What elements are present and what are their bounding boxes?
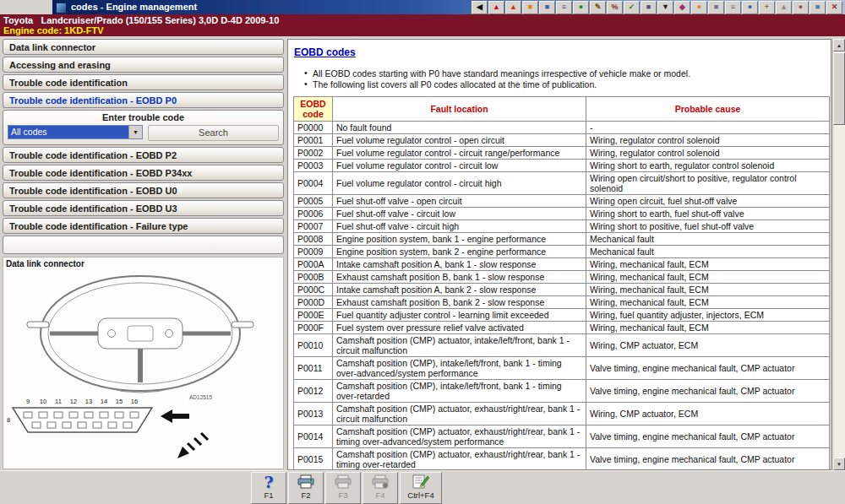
cause-cell: Wiring, mechanical fault, ECM: [586, 258, 830, 271]
cause-cell: -: [586, 122, 830, 134]
globe-icon[interactable]: ●: [742, 1, 758, 14]
code-cell: P0013: [294, 403, 333, 425]
print-button[interactable]: F2: [288, 472, 324, 504]
code-filter-dropdown[interactable]: All codes ▼: [8, 125, 143, 139]
sidebar-item[interactable]: Trouble code identification - EOBD U0: [3, 182, 284, 198]
cause-cell: Valve timing, engine mechanical fault, C…: [586, 357, 830, 380]
hazard-icon[interactable]: ▲: [505, 1, 521, 14]
page-title: EOBD codes: [294, 46, 828, 58]
panel-icon[interactable]: ■: [708, 1, 724, 14]
cause-cell: Wiring, fuel quantity adjuster, injector…: [586, 309, 830, 322]
cause-cell: Valve timing, engine mechanical fault, C…: [586, 425, 830, 448]
bullet-item: The following list covers all P0 codes a…: [304, 79, 828, 90]
sidebar-item[interactable]: Trouble code identification - EOBD U3: [3, 200, 284, 216]
cause-cell: Wiring open circuit/short to positive, r…: [586, 172, 830, 195]
sidebar-item[interactable]: Accessing and erasing: [3, 57, 284, 73]
fault-cell: Intake camshaft position A, bank 1 - slo…: [333, 258, 586, 271]
table-row: P000CIntake camshaft position A, bank 2 …: [294, 284, 830, 296]
cause-cell: Wiring open circuit, fuel shut-off valve: [586, 195, 830, 208]
check-icon[interactable]: ✓: [624, 1, 640, 14]
col-header-fault: Fault location: [333, 97, 586, 122]
lamp-icon[interactable]: ●: [691, 1, 707, 14]
table-row: P0007Fuel shut-off valve - circuit highW…: [294, 220, 830, 233]
notes-button[interactable]: Ctrl+F4: [400, 472, 442, 504]
steering-wheel-diagram: [3, 269, 285, 396]
scrollbar-thumb[interactable]: [833, 52, 845, 125]
fault-cell: Engine position system, bank 1 - engine …: [333, 233, 586, 246]
pin-number: 13: [83, 398, 95, 405]
direction-hatch-icon: [176, 431, 210, 460]
figure-ref: AD12515: [189, 394, 212, 400]
scroll-up-icon[interactable]: ▲: [833, 39, 845, 51]
pin-number: 11: [52, 398, 64, 405]
content-scrollbar[interactable]: ▲ ▼: [832, 39, 845, 470]
dtc-warning-icon[interactable]: ▲: [488, 1, 504, 14]
sidebar-item-eobd-p0-active[interactable]: Trouble code identification - EOBD P0: [3, 92, 284, 108]
fault-cell: Engine position system, bank 2 - engine …: [333, 246, 586, 258]
nav-first-icon[interactable]: ◀: [472, 1, 488, 14]
fault-cell: Fuel volume regulator control - circuit …: [333, 160, 586, 172]
tools-icon[interactable]: +: [759, 1, 775, 14]
content-panel: EOBD codes All EOBD codes starting with …: [287, 39, 831, 470]
module-icon[interactable]: ■: [641, 1, 657, 14]
cause-cell: Wiring short to earth, regulator control…: [586, 160, 830, 172]
fkey-label: F1: [264, 490, 273, 500]
sidebar-item[interactable]: Trouble code identification: [3, 74, 284, 90]
pin-number: 15: [113, 398, 125, 405]
cause-cell: Valve timing, engine mechanical fault, C…: [586, 448, 830, 471]
fkey-label: F3: [338, 490, 347, 500]
service-icon[interactable]: ●: [793, 1, 809, 14]
window-title: codes - Engine management: [71, 2, 197, 12]
code-cell: P0006: [294, 208, 333, 220]
table-row: P0010Camshaft position (CMP) actuator, i…: [294, 334, 830, 357]
connector-pinout: 910111213141516 8 AD12515: [10, 398, 281, 465]
diagram-title: Data link connector: [6, 259, 84, 268]
obd-connector-icon: [10, 406, 155, 435]
function-key-bar: ? F1 F2 F3: [0, 470, 845, 504]
list-icon[interactable]: ≡: [725, 1, 741, 14]
ecu-icon[interactable]: ■: [539, 1, 555, 14]
delta-icon[interactable]: ▲: [776, 1, 792, 14]
sidebar-bottom: Trouble code identification - EOBD P2Tro…: [3, 147, 284, 234]
chevron-down-icon[interactable]: ▼: [128, 126, 142, 138]
close-doc-icon[interactable]: ✕: [826, 1, 842, 14]
code-cell: P0004: [294, 172, 333, 195]
cause-cell: Wiring short to earth, fuel shut-off val…: [586, 208, 830, 220]
fault-cell: Fuel volume regulator control - open cir…: [333, 134, 586, 147]
title-bar: codes - Engine management ◀▲▲■■≡●✎%✓■▼◆●…: [0, 0, 845, 14]
code-cell: P0014: [294, 425, 333, 448]
sidebar-item[interactable]: Trouble code identification - EOBD P34xx: [3, 165, 284, 181]
cause-cell: Wiring, mechanical fault, ECM: [586, 271, 830, 284]
fkey-label: Ctrl+F4: [407, 490, 433, 500]
notes-icon[interactable]: ✎: [590, 1, 606, 14]
select-drop-icon[interactable]: ▼: [657, 1, 673, 14]
component-icon[interactable]: ●: [573, 1, 589, 14]
scroll-down-icon[interactable]: ▼: [833, 458, 845, 470]
pin-number: 9: [22, 398, 34, 405]
sidebar-item[interactable]: Trouble code identification - EOBD P2: [3, 147, 284, 163]
percent-icon[interactable]: %: [607, 1, 623, 14]
sidebar-item[interactable]: Data link connector: [3, 39, 284, 55]
wiring-icon[interactable]: ≡: [556, 1, 572, 14]
pin-number: 10: [37, 398, 49, 405]
fault-cell: Camshaft position (CMP) actuator, exhaus…: [333, 448, 586, 471]
dropdown-selected-value: All codes: [8, 126, 128, 138]
search-panel-label: Enter trouble code: [8, 112, 279, 123]
table-row: P0013Camshaft position (CMP) actuator, e…: [294, 403, 830, 425]
sidebar-item[interactable]: Trouble code identification - Failure ty…: [3, 218, 284, 234]
code-cell: P0008: [294, 233, 333, 246]
fkey-label: F2: [301, 490, 310, 500]
battery-icon[interactable]: ■: [522, 1, 538, 14]
fault-cell: Exhaust camshaft position B, bank 1 - sl…: [333, 271, 586, 284]
table-row: P0005Fuel shut-off valve - open circuitW…: [294, 195, 830, 208]
search-button[interactable]: Search: [148, 125, 279, 141]
printer-icon: [334, 474, 352, 490]
sidebar-empty-slot: [3, 236, 284, 254]
fault-cell: Camshaft position (CMP) actuator, intake…: [333, 334, 586, 357]
cause-cell: Wiring, regulator control solenoid: [586, 147, 830, 160]
help-button[interactable]: ? F1: [251, 472, 286, 504]
window-pane-icon[interactable]: ■: [810, 1, 826, 14]
pin-data-icon[interactable]: ◆: [674, 1, 690, 14]
code-cell: P0003: [294, 160, 333, 172]
cause-cell: Wiring short to positive, fuel shut-off …: [586, 220, 830, 233]
